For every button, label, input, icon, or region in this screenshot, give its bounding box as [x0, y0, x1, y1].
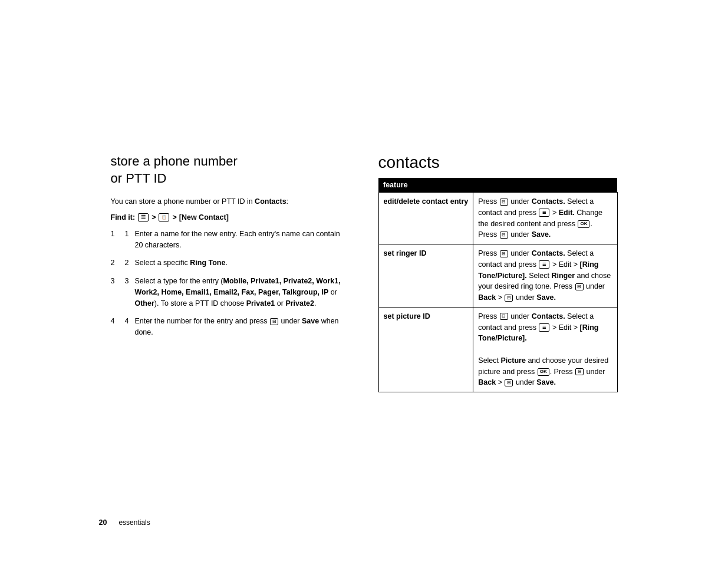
contacts-table: feature edit/delete contact entry Press …	[378, 178, 618, 392]
intro-paragraph: You can store a phone number or PTT ID i…	[111, 196, 350, 207]
feature-description: Press ⊟ under Contacts. Select a contact…	[473, 244, 617, 308]
page-label: essentials	[118, 518, 150, 527]
softkey-icon: ⊟	[505, 295, 513, 302]
feature-label: edit/delete contact entry	[378, 193, 473, 244]
softkey-icon: ⊟	[500, 199, 508, 206]
table-row: edit/delete contact entry Press ⊟ under …	[378, 193, 617, 244]
steps-list: 1 Enter a name for the new entry. Each e…	[111, 229, 350, 338]
left-section: store a phone number or PTT ID You can s…	[111, 153, 350, 392]
menu-icon-1: ☰	[138, 213, 149, 222]
table-row: set ringer ID Press ⊟ under Contacts. Se…	[378, 244, 617, 308]
softkey-icon: ⊟	[500, 250, 508, 257]
find-it-line: Find it: ☰ > 📋 > [New Contact]	[111, 213, 350, 222]
feature-label: set ringer ID	[378, 244, 473, 308]
softkey-icon: ⊟	[505, 379, 513, 386]
softkey-icon: ⊟	[575, 283, 584, 290]
softkey-icon: ⊟	[500, 232, 508, 239]
menu-icon: ☰	[539, 323, 549, 332]
feature-description: Press ⊟ under Contacts. Select a contact…	[473, 193, 617, 244]
feature-description: Press ⊟ under Contacts. Select a contact…	[473, 307, 617, 392]
right-section: contacts feature edit/delete contact ent…	[378, 153, 618, 392]
contacts-icon: 📋	[159, 213, 169, 222]
softkey-icon: ⊟	[500, 313, 508, 320]
softkey-icon: ⊟	[575, 368, 584, 375]
page-content: store a phone number or PTT ID You can s…	[99, 153, 630, 392]
table-header: feature	[378, 178, 617, 193]
feature-label: set picture ID	[378, 307, 473, 392]
section-title: store a phone number or PTT ID	[111, 153, 350, 187]
menu-icon: ☰	[539, 260, 549, 269]
ok-icon: OK	[578, 220, 589, 228]
step-2: 2 Select a specific Ring Tone.	[111, 257, 350, 269]
softkey-icon-save: ⊟	[270, 318, 278, 325]
page-number: 20	[99, 518, 107, 527]
contacts-title: contacts	[378, 153, 618, 172]
step-4: 4 Enter the number for the entry and pre…	[111, 316, 350, 338]
table-row: set picture ID Press ⊟ under Contacts. S…	[378, 307, 617, 392]
step-3: 3 Select a type for the entry (Mobile, P…	[111, 276, 350, 309]
footer: 20 essentials	[99, 518, 630, 527]
ok-icon: OK	[538, 368, 549, 376]
menu-icon: ☰	[539, 209, 549, 217]
step-1: 1 Enter a name for the new entry. Each e…	[111, 229, 350, 251]
